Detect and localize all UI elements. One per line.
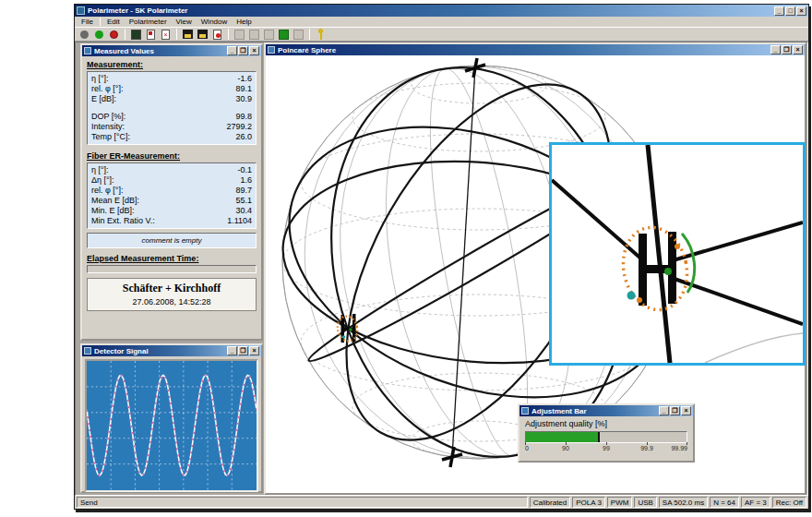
record-document-icon[interactable] <box>210 28 224 41</box>
measured-values-window-icon <box>84 47 91 54</box>
restore-button[interactable]: ❐ <box>670 406 680 415</box>
row-value: 30.9 <box>235 94 252 104</box>
scale-label: 99 <box>603 445 610 451</box>
scale-label: 0 <box>525 445 529 451</box>
row-label: Temp [°C]: <box>91 132 130 142</box>
row-label: DOP [%]: <box>91 112 125 122</box>
mdi-area: Poincaré Sphere _ ❐ × <box>75 42 808 496</box>
gray-circle-icon[interactable] <box>78 28 91 41</box>
toolbar-separator <box>309 29 310 40</box>
close-button[interactable]: × <box>793 45 803 54</box>
great-circle-lines <box>552 145 803 363</box>
detector-signal-body <box>82 356 261 495</box>
key-help-icon[interactable] <box>314 28 328 41</box>
minimize-button[interactable]: _ <box>227 46 237 55</box>
delete-document-icon[interactable]: × <box>159 28 173 41</box>
teal-point-zoomed <box>627 292 636 300</box>
zoom-inset <box>549 142 806 366</box>
adjustment-marker <box>598 432 600 442</box>
row-label: Min Ext. Ratio V.: <box>91 216 155 226</box>
status-bar: Send Calibrated POLA 3 PWM USB SA 502.0 … <box>75 496 808 509</box>
status-n: N = 64 <box>710 497 739 508</box>
row-label: η [°]: <box>91 74 109 84</box>
adjustment-bar-title: Adjustment Bar <box>531 407 659 415</box>
polarimeter-device-icon[interactable] <box>129 28 143 41</box>
close-button[interactable]: × <box>796 6 806 16</box>
row-label: Intensity: <box>91 122 125 132</box>
menu-help[interactable]: Help <box>232 18 256 26</box>
save-icon[interactable] <box>181 28 195 41</box>
row-value: 89.7 <box>235 186 252 196</box>
menu-window[interactable]: Window <box>197 18 232 26</box>
detector-signal-window-icon <box>84 347 91 355</box>
status-message: Send <box>77 497 528 508</box>
maximize-button[interactable]: □ <box>785 6 795 16</box>
save-all-icon[interactable] <box>196 28 209 41</box>
close-button[interactable]: × <box>681 406 691 415</box>
stop-gray-icon[interactable] <box>292 28 305 41</box>
row-value: 55.1 <box>235 196 252 206</box>
toolbar-separator <box>228 29 229 40</box>
row-label: Min. E [dB]: <box>91 206 135 216</box>
poincare-titlebar[interactable]: Poincaré Sphere _ ❐ × <box>266 44 805 55</box>
minimize-button[interactable]: _ <box>227 346 237 355</box>
adjustment-bar-window-icon <box>521 407 529 415</box>
new-document-icon[interactable] <box>144 28 158 41</box>
row-value: -0.1 <box>237 165 252 175</box>
scale-label: 99.9 <box>640 445 653 451</box>
detector-signal-titlebar[interactable]: Detector Signal _ ❐ × <box>82 345 261 356</box>
orange-point <box>637 297 642 303</box>
adjustment-bar-window: Adjustment Bar _ ❐ × Adjustment quality … <box>518 403 695 463</box>
row-value: -1.6 <box>237 74 252 84</box>
start-icon[interactable] <box>92 28 106 41</box>
row-label: η [°]: <box>91 165 109 175</box>
scale-label: 90 <box>562 445 569 451</box>
disabled-tool-icon[interactable] <box>262 28 276 41</box>
disabled-tool-icon[interactable] <box>247 28 261 41</box>
row-value: 26.0 <box>235 132 252 142</box>
fiber-er-heading: Fiber ER-Measurement: <box>87 151 257 161</box>
status-usb: USB <box>634 497 656 508</box>
menu-divider <box>100 18 101 26</box>
minimize-button[interactable]: _ <box>659 406 669 415</box>
status-device: POLA 3 <box>572 497 605 508</box>
restore-button[interactable]: ❐ <box>238 46 248 55</box>
close-button[interactable]: × <box>249 46 259 55</box>
stop-icon[interactable] <box>107 28 121 41</box>
menu-polarimeter[interactable]: Polarimeter <box>125 18 172 26</box>
restore-button[interactable]: ❐ <box>238 346 248 355</box>
toolbar-separator <box>176 29 177 40</box>
brand-name: Schäfter + Kirchhoff <box>88 282 256 295</box>
adjustment-bar-titlebar[interactable]: Adjustment Bar _ ❐ × <box>519 405 693 416</box>
minimize-button[interactable]: _ <box>770 45 781 54</box>
window-title: Polarimeter - SK Polarimeter <box>88 6 774 15</box>
comment-box: comment is empty <box>87 233 257 248</box>
app-icon <box>77 6 85 15</box>
run-green-icon[interactable] <box>277 28 291 41</box>
menu-file[interactable]: File <box>77 18 98 26</box>
orange-point <box>675 244 680 249</box>
row-label: Δη [°]: <box>91 175 114 186</box>
elapsed-heading: Elapsed Measurement Time: <box>87 254 257 263</box>
row-label: rel. φ [°]: <box>91 186 123 196</box>
minimize-button[interactable]: _ <box>774 6 784 16</box>
row-label: rel. φ [°]: <box>91 84 123 94</box>
status-af: AF = 3 <box>741 497 770 508</box>
brand-box: Schäfter + Kirchhoff 27.06.2008, 14:52:2… <box>87 278 257 311</box>
status-calibrated: Calibrated <box>530 497 570 508</box>
row-label: E [dB]: <box>91 94 116 104</box>
restore-button[interactable]: ❐ <box>782 45 792 54</box>
main-titlebar[interactable]: Polarimeter - SK Polarimeter _ □ × <box>75 5 808 17</box>
menu-edit[interactable]: Edit <box>102 18 125 26</box>
measured-values-titlebar[interactable]: Measured Values _ ❐ × <box>82 45 261 56</box>
menu-view[interactable]: View <box>172 18 197 26</box>
status-sample-rate: SA 502.0 ms <box>659 497 708 508</box>
measured-values-body: Measurement: η [°]:-1.6 rel. φ [°]:89.1 … <box>82 56 261 339</box>
row-value: 1.1104 <box>227 216 252 226</box>
elapsed-time-bar <box>87 265 257 273</box>
disabled-tool-icon[interactable] <box>233 28 246 41</box>
row-value: 30.4 <box>235 206 252 216</box>
measured-values-title: Measured Values <box>94 47 227 55</box>
close-button[interactable]: × <box>249 346 259 355</box>
toolbar: × <box>75 27 808 42</box>
